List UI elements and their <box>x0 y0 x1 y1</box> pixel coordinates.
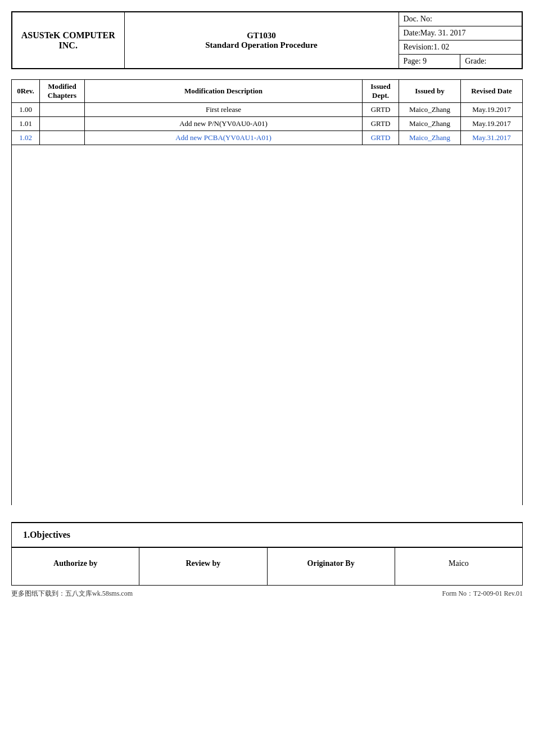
doc-title: GT1030 Standard Operation Procedure <box>124 12 399 69</box>
description-cell: Add new P/N(YV0AU0-A01) <box>85 117 363 131</box>
rev-cell: 1.02 <box>12 131 40 145</box>
page-footer: 更多图纸下载到：五八文库wk.58sms.com Form No：T2-009-… <box>11 586 523 598</box>
header-table: ASUSTeK COMPUTER INC. GT1030 Standard Op… <box>11 11 523 69</box>
col-header-revised-date: Revised Date <box>461 80 523 103</box>
title-line1: GT1030 <box>130 31 393 40</box>
modified-cell <box>40 131 85 145</box>
main-content-area <box>11 145 523 505</box>
date-label: Date:May. 31. 2017 <box>404 29 466 37</box>
issued-by-cell: Maico_Zhang <box>399 117 461 131</box>
authorize-by-cell: Authorize by <box>12 548 139 586</box>
doc-info: Doc. No: Date:May. 31. 2017 Revision:1. … <box>399 12 522 69</box>
footer-left: 更多图纸下载到：五八文库wk.58sms.com <box>11 589 133 598</box>
footer-right: Form No：T2-009-01 Rev.01 <box>442 589 523 598</box>
doc-no-label: Doc. No: <box>404 15 432 23</box>
company-line1: ASUSTeK COMPUTER <box>21 30 115 40</box>
issued-by-cell: Maico_Zhang <box>399 131 461 145</box>
grade-info: Grade: <box>460 55 522 68</box>
issued-dept-cell: GRTD <box>363 131 399 145</box>
page-value: 9 <box>423 57 427 65</box>
page-grade-row: Page: 9 Grade: <box>399 55 522 68</box>
page-label: Page: <box>404 57 421 65</box>
objectives-section: 1.Objectives <box>11 522 523 547</box>
originator-by-cell: Originator By <box>267 548 395 586</box>
title-line2: Standard Operation Procedure <box>130 40 393 50</box>
grade-label: Grade: <box>465 57 486 65</box>
company-name: ASUSTeK COMPUTER INC. <box>12 12 124 69</box>
originator-by-label: Originator By <box>307 559 355 568</box>
description-cell: First release <box>85 103 363 117</box>
modified-cell <box>40 103 85 117</box>
page-info: Page: 9 <box>399 55 461 68</box>
revision-row: Revision:1. 02 <box>399 40 522 55</box>
col-header-issued-dept: IssuedDept. <box>363 80 399 103</box>
objectives-title: 1.Objectives <box>23 530 70 539</box>
modified-cell <box>40 117 85 131</box>
doc-no-row: Doc. No: <box>399 12 522 26</box>
rev-cell: 1.01 <box>12 117 40 131</box>
authorize-by-label: Authorize by <box>53 559 97 568</box>
company-line2: INC. <box>59 40 78 50</box>
review-by-label: Review by <box>185 559 220 568</box>
col-header-rev: 0Rev. <box>12 80 40 103</box>
col-header-modified: ModifiedChapters <box>40 80 85 103</box>
revised-date-cell: May.19.2017 <box>461 103 523 117</box>
rev-cell: 1.00 <box>12 103 40 117</box>
issued-dept-cell: GRTD <box>363 103 399 117</box>
revised-date-cell: May.19.2017 <box>461 117 523 131</box>
originator-value: Maico <box>449 559 469 568</box>
revised-date-cell: May.31.2017 <box>461 131 523 145</box>
revision-table: 0Rev. ModifiedChapters Modification Desc… <box>11 79 523 145</box>
col-header-issued-by: Issued by <box>399 80 461 103</box>
revision-label: Revision:1. 02 <box>404 43 450 51</box>
date-row: Date:May. 31. 2017 <box>399 26 522 40</box>
review-by-cell: Review by <box>139 548 267 586</box>
issued-dept-cell: GRTD <box>363 117 399 131</box>
col-header-description: Modification Description <box>85 80 363 103</box>
signature-table: Authorize by Review by Originator By Mai… <box>11 547 523 586</box>
issued-by-cell: Maico_Zhang <box>399 103 461 117</box>
originator-value-cell: Maico <box>395 548 522 586</box>
description-cell: Add new PCBA(YV0AU1-A01) <box>85 131 363 145</box>
